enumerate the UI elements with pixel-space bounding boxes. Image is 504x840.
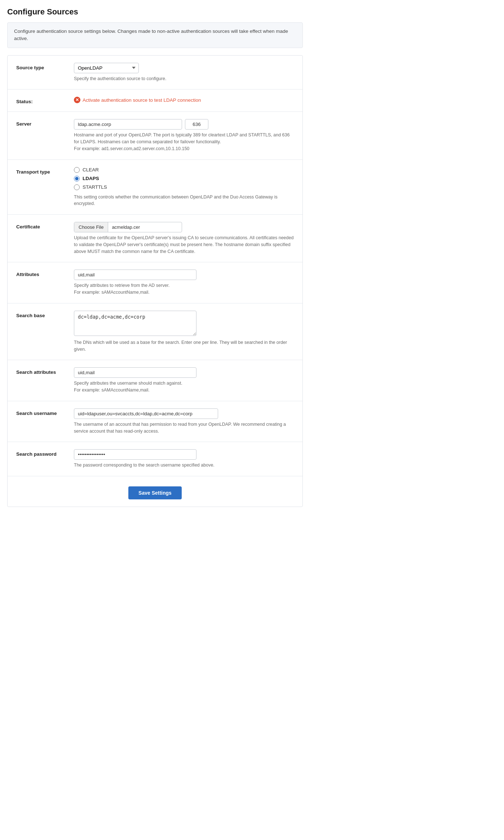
form-container: Source type OpenLDAP Active Directory RA… — [7, 55, 303, 507]
file-input-row: Choose File acmeldap.cer — [74, 222, 182, 232]
page-title: Configure Sources — [7, 7, 303, 17]
info-banner-text: Configure authentication source settings… — [14, 29, 288, 41]
certificate-label: Certificate — [16, 222, 74, 229]
search-attributes-row: Search attributes Specify attributes the… — [8, 360, 302, 401]
source-type-select[interactable]: OpenLDAP Active Directory RADIUS — [74, 63, 139, 73]
status-error-message: ✕ Activate authentication source to test… — [74, 97, 294, 103]
search-attributes-content: Specify attributes the username should m… — [74, 367, 294, 394]
save-row: Save Settings — [8, 476, 302, 507]
source-type-help: Specify the authentication source to con… — [74, 75, 294, 82]
radio-ldaps-input[interactable] — [74, 176, 80, 181]
radio-ldaps-label: LDAPS — [83, 176, 99, 181]
attributes-label: Attributes — [16, 270, 74, 277]
status-content: ✕ Activate authentication source to test… — [74, 97, 294, 103]
search-password-label: Search password — [16, 449, 74, 457]
transport-help: This setting controls whether the commun… — [74, 194, 294, 207]
server-hostname-input[interactable] — [74, 119, 182, 130]
status-label: Status: — [16, 97, 74, 104]
transport-type-label: Transport type — [16, 167, 74, 175]
search-username-input[interactable] — [74, 408, 218, 419]
search-attributes-help-line2: For example: sAMAccountName,mail. — [74, 388, 150, 393]
search-base-textarea[interactable]: dc=ldap,dc=acme,dc=corp — [74, 311, 196, 336]
search-password-content: The password corresponding to the search… — [74, 449, 294, 469]
radio-starttls-input[interactable] — [74, 184, 80, 190]
certificate-row: Certificate Choose File acmeldap.cer Upl… — [8, 215, 302, 262]
attributes-help-line1: Specify attributes to retrieve from the … — [74, 283, 169, 288]
source-type-content: OpenLDAP Active Directory RADIUS Specify… — [74, 63, 294, 82]
certificate-content: Choose File acmeldap.cer Upload the cert… — [74, 222, 294, 255]
server-port-input[interactable] — [185, 119, 208, 130]
error-icon: ✕ — [74, 97, 80, 103]
info-banner: Configure authentication source settings… — [7, 22, 303, 48]
search-attributes-label: Search attributes — [16, 367, 74, 375]
source-type-row: Source type OpenLDAP Active Directory RA… — [8, 56, 302, 90]
certificate-help: Upload the certificate for the OpenLDAP … — [74, 235, 294, 255]
attributes-row: Attributes Specify attributes to retriev… — [8, 262, 302, 303]
attributes-help: Specify attributes to retrieve from the … — [74, 282, 294, 296]
search-base-help: The DNs which will be used as a base for… — [74, 339, 294, 353]
search-username-label: Search username — [16, 408, 74, 416]
file-name-display: acmeldap.cer — [108, 222, 180, 232]
status-row: Status: ✕ Activate authentication source… — [8, 89, 302, 112]
radio-clear-input[interactable] — [74, 167, 80, 173]
radio-starttls[interactable]: STARTTLS — [74, 184, 294, 190]
status-message-text: Activate authentication source to test L… — [83, 97, 201, 103]
search-base-content: dc=ldap,dc=acme,dc=corp The DNs which wi… — [74, 311, 294, 353]
attributes-input[interactable] — [74, 270, 196, 280]
search-password-row: Search password The password correspondi… — [8, 442, 302, 476]
server-content: Hostname and port of your OpenLDAP. The … — [74, 119, 294, 152]
search-attributes-help: Specify attributes the username should m… — [74, 380, 294, 394]
search-attributes-input[interactable] — [74, 367, 196, 378]
choose-file-button[interactable]: Choose File — [74, 222, 108, 232]
server-row: Server Hostname and port of your OpenLDA… — [8, 112, 302, 159]
search-username-help: The username of an account that has perm… — [74, 421, 294, 435]
search-base-label: Search base — [16, 311, 74, 318]
server-inputs — [74, 119, 294, 130]
transport-type-content: CLEAR LDAPS STARTTLS This setting contro… — [74, 167, 294, 207]
search-username-content: The username of an account that has perm… — [74, 408, 294, 435]
attributes-content: Specify attributes to retrieve from the … — [74, 270, 294, 296]
radio-clear[interactable]: CLEAR — [74, 167, 294, 173]
search-password-input[interactable] — [74, 449, 196, 460]
search-attributes-help-line1: Specify attributes the username should m… — [74, 381, 182, 386]
transport-radio-group: CLEAR LDAPS STARTTLS — [74, 167, 294, 190]
search-username-row: Search username The username of an accou… — [8, 401, 302, 442]
source-type-label: Source type — [16, 63, 74, 70]
radio-starttls-label: STARTTLS — [83, 184, 107, 190]
radio-clear-label: CLEAR — [83, 167, 99, 172]
server-help: Hostname and port of your OpenLDAP. The … — [74, 132, 294, 152]
radio-ldaps[interactable]: LDAPS — [74, 176, 294, 181]
attributes-help-line2: For example: sAMAccountName,mail. — [74, 290, 150, 295]
transport-type-row: Transport type CLEAR LDAPS STARTTLS This… — [8, 160, 302, 215]
search-password-help: The password corresponding to the search… — [74, 462, 294, 469]
save-settings-button[interactable]: Save Settings — [128, 486, 182, 499]
search-base-row: Search base dc=ldap,dc=acme,dc=corp The … — [8, 303, 302, 360]
server-label: Server — [16, 119, 74, 127]
